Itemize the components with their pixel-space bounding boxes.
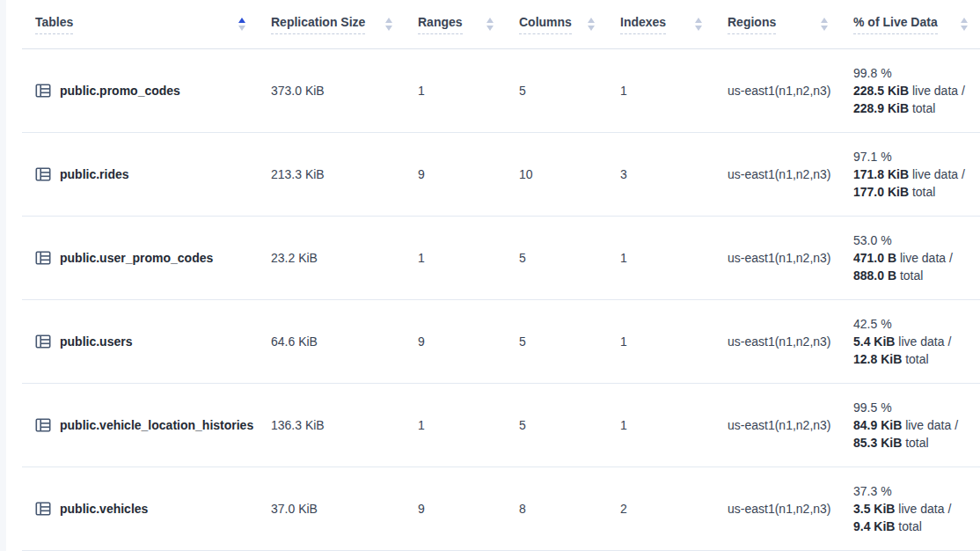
total-size: 177.0 KiB bbox=[853, 185, 909, 199]
column-header-regions[interactable]: Regions bbox=[714, 0, 840, 48]
tables-panel: Tables Replication Size Ranges bbox=[6, 0, 980, 551]
sort-arrows-icon[interactable] bbox=[695, 18, 702, 31]
indexes-cell: 1 bbox=[607, 48, 714, 132]
sort-arrows-icon[interactable] bbox=[385, 18, 392, 31]
total-size: 228.9 KiB bbox=[853, 101, 909, 115]
database-tables-table: Tables Replication Size Ranges bbox=[22, 0, 980, 551]
live-size-line: 84.9 KiB live data / bbox=[853, 416, 973, 434]
live-percent: 53.0 % bbox=[853, 231, 973, 249]
column-header-label[interactable]: Regions bbox=[728, 14, 776, 34]
live-size: 171.8 KiB bbox=[853, 167, 909, 181]
columns-cell: 5 bbox=[506, 48, 607, 132]
table-name-link[interactable]: public.vehicles bbox=[60, 502, 148, 516]
columns-cell: 5 bbox=[506, 383, 607, 467]
replication-size-cell: 136.3 KiB bbox=[258, 383, 405, 467]
live-size-label: live data / bbox=[898, 334, 951, 349]
live-size-label: live data / bbox=[912, 167, 965, 181]
ranges-cell: 9 bbox=[405, 467, 506, 550]
sort-arrows-icon[interactable] bbox=[821, 18, 828, 31]
column-header-ranges[interactable]: Ranges bbox=[405, 0, 506, 48]
live-percent: 37.3 % bbox=[853, 482, 973, 500]
table-name-cell: public.user_promo_codes bbox=[22, 216, 258, 299]
total-size: 12.8 KiB bbox=[853, 352, 902, 366]
sort-arrows-icon[interactable] bbox=[588, 18, 595, 31]
live-data-cell: 37.3 % 3.5 KiB live data / 9.4 KiB total bbox=[840, 467, 980, 550]
column-header-label[interactable]: Columns bbox=[519, 14, 572, 34]
live-size: 471.0 B bbox=[853, 251, 896, 265]
table-icon bbox=[35, 417, 51, 433]
total-size-line: 12.8 KiB total bbox=[853, 350, 973, 368]
column-header-columns[interactable]: Columns bbox=[506, 0, 607, 48]
table-body: public.promo_codes 373.0 KiB 1 5 1 us-ea… bbox=[22, 48, 980, 550]
live-data-cell: 42.5 % 5.4 KiB live data / 12.8 KiB tota… bbox=[840, 299, 980, 383]
live-size-label: live data / bbox=[900, 251, 953, 265]
column-header-live-data[interactable]: % of Live Data bbox=[840, 0, 980, 48]
column-header-label[interactable]: Replication Size bbox=[271, 14, 365, 34]
table-name-link[interactable]: public.promo_codes bbox=[60, 84, 180, 98]
live-size-line: 171.8 KiB live data / bbox=[853, 165, 973, 183]
column-header-indexes[interactable]: Indexes bbox=[607, 0, 714, 48]
table-name-link[interactable]: public.users bbox=[60, 334, 132, 349]
ranges-cell: 1 bbox=[405, 48, 506, 132]
total-size-label: total bbox=[900, 268, 923, 283]
ranges-cell: 9 bbox=[405, 132, 506, 216]
columns-cell: 8 bbox=[506, 467, 607, 550]
ranges-cell: 1 bbox=[405, 216, 506, 299]
column-header-label[interactable]: Tables bbox=[35, 14, 73, 34]
table-icon bbox=[35, 334, 51, 349]
column-header-label[interactable]: Ranges bbox=[418, 14, 463, 34]
column-header-tables[interactable]: Tables bbox=[22, 0, 258, 48]
live-percent: 99.5 % bbox=[853, 399, 973, 416]
live-size-line: 3.5 KiB live data / bbox=[853, 500, 973, 518]
regions-cell: us-east1(n1,n2,n3) bbox=[714, 216, 840, 299]
total-size-label: total bbox=[912, 185, 935, 199]
column-header-label[interactable]: % of Live Data bbox=[853, 14, 938, 34]
live-size: 3.5 KiB bbox=[853, 502, 895, 516]
sort-arrows-icon[interactable] bbox=[961, 18, 968, 31]
table-row: public.vehicle_location_histories 136.3 … bbox=[22, 383, 980, 467]
table-name-cell: public.users bbox=[22, 299, 258, 383]
total-size-line: 85.3 KiB total bbox=[853, 434, 973, 452]
total-size-line: 177.0 KiB total bbox=[853, 183, 973, 201]
live-data-cell: 53.0 % 471.0 B live data / 888.0 B total bbox=[840, 216, 980, 299]
regions-cell: us-east1(n1,n2,n3) bbox=[714, 299, 840, 383]
table-name-cell: public.rides bbox=[22, 132, 258, 216]
table-icon bbox=[35, 166, 51, 182]
regions-cell: us-east1(n1,n2,n3) bbox=[714, 467, 840, 550]
live-size: 5.4 KiB bbox=[853, 334, 895, 349]
sort-arrows-icon[interactable] bbox=[486, 18, 494, 31]
table-name-cell: public.vehicles bbox=[22, 467, 258, 550]
columns-cell: 5 bbox=[506, 216, 607, 299]
replication-size-cell: 373.0 KiB bbox=[258, 48, 405, 132]
live-size-label: live data / bbox=[912, 84, 965, 98]
ranges-cell: 1 bbox=[405, 383, 506, 467]
regions-cell: us-east1(n1,n2,n3) bbox=[714, 132, 840, 216]
live-size-line: 471.0 B live data / bbox=[853, 249, 973, 267]
live-percent: 99.8 % bbox=[853, 64, 973, 82]
table-name-link[interactable]: public.vehicle_location_histories bbox=[60, 418, 253, 432]
table-icon bbox=[35, 83, 51, 99]
total-size-line: 888.0 B total bbox=[853, 267, 973, 284]
table-header-row: Tables Replication Size Ranges bbox=[22, 0, 980, 48]
live-data-cell: 97.1 % 171.8 KiB live data / 177.0 KiB t… bbox=[840, 132, 980, 216]
total-size-line: 228.9 KiB total bbox=[853, 99, 973, 117]
columns-cell: 10 bbox=[506, 132, 607, 216]
column-header-replication-size[interactable]: Replication Size bbox=[258, 0, 405, 48]
table-name-link[interactable]: public.user_promo_codes bbox=[60, 251, 213, 265]
total-size: 9.4 KiB bbox=[853, 519, 895, 533]
live-size-label: live data / bbox=[898, 502, 951, 516]
table-name-link[interactable]: public.rides bbox=[60, 167, 129, 181]
table-icon bbox=[35, 501, 51, 517]
indexes-cell: 1 bbox=[607, 299, 714, 383]
table-row: public.vehicles 37.0 KiB 9 8 2 us-east1(… bbox=[22, 467, 980, 550]
replication-size-cell: 213.3 KiB bbox=[258, 132, 405, 216]
total-size-line: 9.4 KiB total bbox=[853, 518, 973, 535]
total-size-label: total bbox=[905, 352, 928, 366]
live-data-cell: 99.5 % 84.9 KiB live data / 85.3 KiB tot… bbox=[840, 383, 980, 467]
column-header-label[interactable]: Indexes bbox=[620, 14, 666, 34]
live-size: 228.5 KiB bbox=[853, 84, 909, 98]
live-size-line: 5.4 KiB live data / bbox=[853, 333, 973, 350]
sort-arrows-icon[interactable] bbox=[238, 18, 245, 31]
replication-size-cell: 23.2 KiB bbox=[258, 216, 405, 299]
replication-size-cell: 64.6 KiB bbox=[258, 299, 405, 383]
